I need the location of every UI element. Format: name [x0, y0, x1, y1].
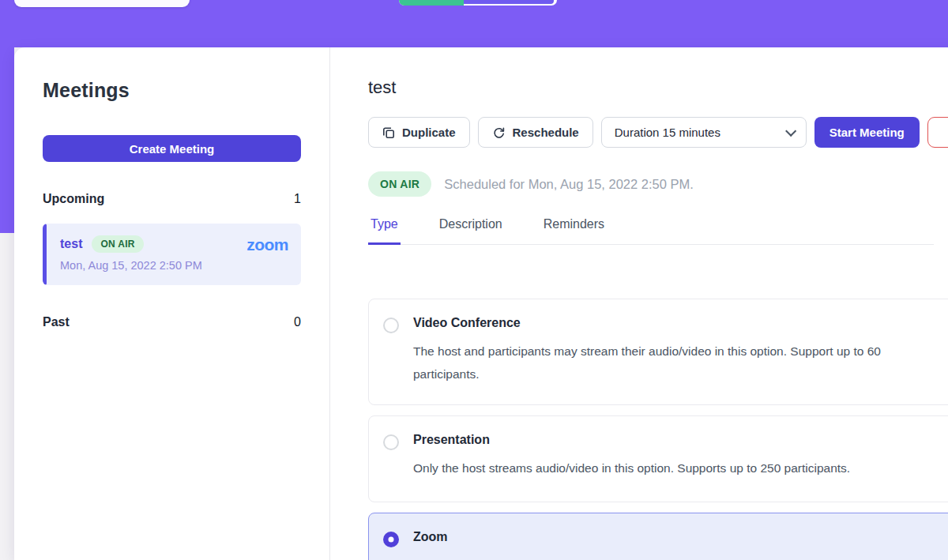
option-title: Video Conference [413, 316, 948, 330]
past-count: 0 [294, 315, 301, 329]
header-band-left-edge [0, 47, 14, 233]
option-presentation[interactable]: Presentation Only the host streams audio… [368, 415, 948, 502]
option-video-conference[interactable]: Video Conference The host and participan… [368, 299, 948, 405]
tab-description[interactable]: Description [437, 217, 505, 245]
meeting-type-options: Video Conference The host and participan… [368, 299, 948, 560]
status-row: ON AIR Scheduled for Mon, Aug 15, 2022 2… [368, 171, 948, 197]
radio-presentation[interactable] [383, 434, 399, 450]
selected-accent-bar [43, 224, 47, 285]
toast-progress-bar [399, 0, 557, 6]
refresh-icon [492, 126, 506, 139]
meeting-datetime: Mon, Aug 15, 2022 2:50 PM [60, 259, 288, 272]
duplicate-label: Duplicate [402, 126, 456, 139]
reschedule-button[interactable]: Reschedule [478, 117, 593, 148]
delete-button[interactable] [927, 117, 948, 148]
option-description: The host and participants may stream the… [413, 340, 935, 385]
toolbar: Duplicate Reschedule Duration 15 minutes… [368, 117, 948, 148]
reschedule-label: Reschedule [513, 126, 579, 139]
meeting-name: test [60, 237, 82, 251]
detail-tabs: Type Description Reminders [368, 217, 934, 245]
progress-track [464, 0, 554, 4]
meeting-detail-panel: test Duplicate Reschedule [330, 47, 948, 560]
upcoming-label: Upcoming [43, 192, 104, 206]
tab-reminders[interactable]: Reminders [541, 217, 607, 245]
header-band [0, 0, 948, 47]
onair-status-badge: ON AIR [368, 171, 431, 197]
sidebar-title: Meetings [43, 79, 301, 102]
radio-video-conference[interactable] [383, 318, 399, 333]
option-description: Only the host streams audio/video in thi… [413, 457, 935, 479]
onair-badge: ON AIR [92, 235, 143, 253]
option-zoom[interactable]: Zoom Host your meeting on Zoom [368, 513, 948, 560]
meeting-list-item[interactable]: test ON AIR zoom Mon, Aug 15, 2022 2:50 … [43, 224, 301, 285]
progress-fill [399, 0, 464, 6]
tab-type[interactable]: Type [368, 217, 401, 245]
upcoming-section-header[interactable]: Upcoming 1 [43, 192, 301, 206]
content-card: Meetings Create Meeting Upcoming 1 test … [14, 47, 948, 560]
scheduled-text: Scheduled for Mon, Aug 15, 2022 2:50 PM. [444, 177, 694, 192]
meetings-sidebar: Meetings Create Meeting Upcoming 1 test … [14, 47, 330, 560]
upcoming-count: 1 [294, 192, 301, 206]
zoom-logo: zoom [246, 236, 288, 253]
copy-icon [382, 126, 395, 139]
option-title: Presentation [413, 433, 948, 447]
duplicate-button[interactable]: Duplicate [368, 117, 470, 148]
past-label: Past [43, 315, 70, 329]
chevron-down-icon [785, 125, 796, 136]
app-window: Meetings Create Meeting Upcoming 1 test … [0, 0, 948, 560]
toast-remnant [14, 0, 190, 7]
start-meeting-button[interactable]: Start Meeting [814, 117, 920, 148]
duration-select[interactable]: Duration 15 minutes [601, 117, 807, 148]
past-section-header[interactable]: Past 0 [43, 315, 301, 329]
create-meeting-button[interactable]: Create Meeting [43, 135, 301, 162]
duration-value: Duration 15 minutes [615, 126, 720, 139]
option-title: Zoom [413, 530, 948, 544]
page-title: test [368, 77, 948, 98]
option-description: Host your meeting on Zoom [413, 554, 935, 560]
radio-zoom[interactable] [383, 532, 399, 547]
